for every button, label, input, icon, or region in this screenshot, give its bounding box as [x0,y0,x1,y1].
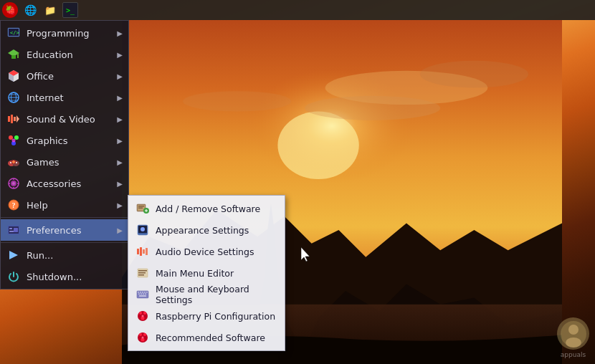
svg-rect-62 [138,233,147,234]
svg-marker-52 [9,251,18,259]
svg-point-30 [12,139,16,143]
svg-point-5 [420,61,528,88]
svg-point-92 [142,337,144,339]
sound-video-arrow: ▶ [117,115,123,123]
svg-point-95 [568,325,579,335]
svg-rect-56 [138,208,143,209]
svg-rect-75 [142,292,143,293]
taskbar-folder-icon[interactable]: 📁 [42,2,58,18]
games-icon [6,155,21,169]
svg-rect-69 [138,270,147,272]
svg-point-34 [10,162,11,163]
submenu-item-mouse-keyboard[interactable]: Mouse and Keyboard Settings [128,284,285,305]
graphics-icon [6,133,21,148]
svg-rect-77 [146,292,148,293]
svg-rect-64 [137,249,139,254]
accessories-icon [6,176,21,191]
svg-point-87 [142,315,144,317]
svg-point-84 [139,312,142,315]
taskbar-raspberry-icon[interactable]: 🍓 [2,2,18,18]
svg-point-27 [9,135,13,140]
svg-rect-70 [138,272,146,274]
main-menu-editor-icon [135,266,150,280]
run-label: Run... [27,250,123,261]
internet-arrow: ▶ [117,94,123,102]
recommended-icon [135,330,150,345]
programming-icon: </> [6,26,21,40]
svg-rect-23 [8,116,10,122]
svg-point-28 [14,135,19,140]
submenu-item-main-menu[interactable]: Main Menu Editor [128,262,285,284]
internet-label: Internet [27,92,117,103]
graphics-label: Graphics [27,135,117,146]
submenu-item-add-remove[interactable]: Add / Remove Software [128,198,285,219]
raspberry-config-label: Raspberry Pi Configuration [156,311,275,322]
games-arrow: ▶ [117,158,123,166]
preferences-arrow: ▶ [117,226,123,234]
menu-item-games[interactable]: Games ▶ [1,151,128,173]
submenu-item-recommended[interactable]: Recommended Software [128,327,285,348]
main-menu: </> Programming ▶ Education ▶ Office ▶ [0,20,129,289]
raspberry-config-icon [135,309,150,323]
education-label: Education [27,49,117,60]
svg-text:</>: </> [10,30,19,36]
menu-item-graphics[interactable]: Graphics ▶ [1,130,128,151]
svg-rect-66 [143,249,145,254]
svg-point-6 [183,91,291,111]
office-icon [6,69,21,83]
menu-item-help[interactable]: ? Help ▶ [1,194,128,216]
submenu-item-appearance[interactable]: Appearance Settings [128,219,285,241]
taskbar-terminal-icon[interactable]: >_ [62,2,78,18]
svg-rect-49 [9,228,12,229]
add-remove-label: Add / Remove Software [156,203,260,214]
programming-arrow: ▶ [117,29,123,37]
sound-video-label: Sound & Video [27,114,117,125]
menu-item-preferences[interactable]: Preferences ▶ [1,219,128,241]
svg-point-4 [305,96,440,120]
svg-text:?: ? [12,201,16,209]
svg-rect-65 [140,247,142,256]
menu-item-internet[interactable]: Internet ▶ [1,87,128,108]
shutdown-label: Shutdown... [27,272,123,282]
svg-point-96 [566,337,581,348]
taskbar: 🍓 🌐 📁 >_ [0,0,595,20]
svg-rect-79 [141,294,142,295]
sound-video-icon [6,112,21,126]
appearance-label: Appearance Settings [156,225,249,236]
svg-rect-74 [140,292,141,293]
accessories-label: Accessories [27,178,117,189]
games-label: Games [27,157,117,168]
svg-rect-51 [14,228,18,232]
svg-rect-37 [12,161,15,163]
preferences-label: Preferences [27,225,117,236]
menu-item-programming[interactable]: </> Programming ▶ [1,22,128,44]
audio-label: Audio Device Settings [156,246,254,257]
menu-item-education[interactable]: Education ▶ [1,44,128,65]
menu-divider-2 [1,242,128,243]
svg-rect-73 [138,292,139,293]
svg-rect-59 [146,209,147,212]
help-label: Help [27,200,117,211]
svg-rect-12 [11,55,16,59]
taskbar-globe-icon[interactable]: 🌐 [22,2,38,18]
menu-item-office[interactable]: Office ▶ [1,65,128,87]
help-icon: ? [6,198,21,212]
add-remove-icon [135,201,150,216]
education-icon [6,47,21,62]
preferences-icon [6,223,21,237]
submenu-item-raspberry-config[interactable]: Raspberry Pi Configuration [128,305,285,327]
svg-rect-71 [138,274,144,276]
menu-item-sound-video[interactable]: Sound & Video ▶ [1,108,128,130]
svg-point-85 [143,312,146,315]
accessories-arrow: ▶ [117,180,123,188]
recommended-label: Recommended Software [156,332,265,343]
svg-rect-81 [145,294,146,295]
menu-item-accessories[interactable]: Accessories ▶ [1,173,128,194]
menu-item-run[interactable]: Run... [1,244,128,266]
svg-rect-76 [144,292,146,293]
run-icon [6,248,21,262]
menu-item-shutdown[interactable]: Shutdown... [1,266,128,287]
appearance-icon [135,223,150,237]
watermark: appuals [557,317,589,358]
submenu-item-audio[interactable]: Audio Device Settings [128,241,285,262]
